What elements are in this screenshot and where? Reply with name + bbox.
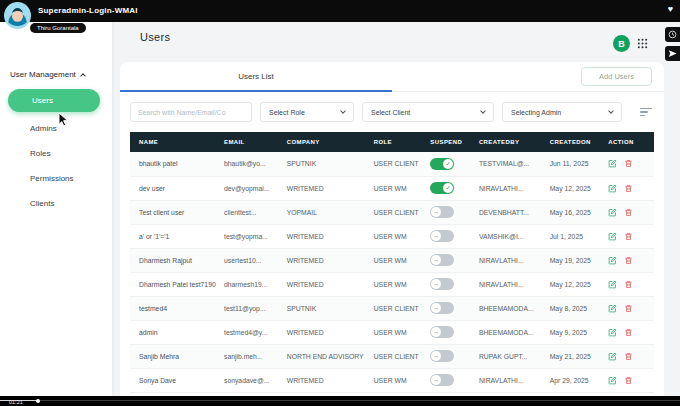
cell-name: testmed4: [130, 296, 219, 320]
cell-company: WRITEMED: [282, 320, 369, 344]
send-icon[interactable]: [665, 46, 680, 61]
table-row: Sonya Davesonyadave@...WRITEMEDUSER WM–N…: [130, 368, 654, 392]
progress-handle[interactable]: [36, 399, 40, 403]
col-createdby: CREATEDBY: [474, 132, 545, 152]
edit-icon[interactable]: [608, 328, 617, 337]
col-action: ACTION: [603, 132, 654, 152]
suspend-toggle[interactable]: ✓: [430, 182, 454, 194]
delete-icon[interactable]: [624, 328, 633, 337]
edit-icon[interactable]: [608, 304, 617, 313]
edit-icon[interactable]: [608, 280, 617, 289]
clock-icon[interactable]: [665, 27, 680, 42]
suspend-toggle[interactable]: –: [430, 254, 454, 266]
sidebar-item-users[interactable]: Users: [8, 89, 100, 112]
video-player-bar: 01:21: [0, 396, 680, 406]
tab-users-list[interactable]: Users List: [120, 62, 392, 92]
toggle-knob: ✓: [443, 183, 453, 193]
toggle-knob: –: [431, 327, 441, 337]
cell-suspend: –: [425, 368, 474, 392]
cell-email: testmed4@y...: [219, 320, 282, 344]
cell-action: [603, 200, 654, 224]
client-select[interactable]: Select Client: [362, 102, 494, 122]
cell-createdby: TESTVIMAL@...: [474, 152, 545, 176]
edit-icon[interactable]: [608, 208, 617, 217]
cell-createdon: May 8, 2025: [545, 296, 604, 320]
cell-createdby: NIRAVLATHI...: [474, 176, 545, 200]
sidebar-item-permissions[interactable]: Permissions: [0, 166, 112, 191]
cell-action: [603, 152, 654, 176]
admin-select-value: Selecting Admin: [511, 109, 561, 116]
cell-company: WRITEMED: [282, 176, 369, 200]
edit-icon[interactable]: [608, 232, 617, 241]
sidebar-item-roles[interactable]: Roles: [0, 141, 112, 166]
admin-select[interactable]: Selecting Admin: [502, 102, 622, 122]
chevron-down-icon: [340, 108, 346, 114]
cell-email: clienttest...: [219, 200, 282, 224]
delete-icon[interactable]: [624, 280, 633, 289]
cell-createdby: RUPAK GUPT...: [474, 344, 545, 368]
sidebar-item-admins[interactable]: Admins: [0, 116, 112, 141]
suspend-toggle[interactable]: –: [430, 206, 454, 218]
cell-createdby: NIRAVLATHI...: [474, 248, 545, 272]
delete-icon[interactable]: [624, 304, 633, 313]
cell-suspend: ✓: [425, 176, 474, 200]
progress-track[interactable]: [0, 400, 680, 401]
heart-icon[interactable]: ♥: [668, 4, 673, 14]
delete-icon[interactable]: [624, 159, 633, 168]
delete-icon[interactable]: [624, 376, 633, 385]
delete-icon[interactable]: [624, 184, 633, 193]
cell-role: USER WM: [369, 224, 426, 248]
cell-suspend: –: [425, 248, 474, 272]
delete-icon[interactable]: [624, 232, 633, 241]
sidebar-section-user-management[interactable]: User Management: [10, 70, 112, 79]
suspend-toggle[interactable]: –: [430, 350, 454, 362]
tabs-bar: Users List Add Users: [120, 62, 664, 92]
edit-icon[interactable]: [608, 352, 617, 361]
suspend-toggle[interactable]: –: [430, 230, 454, 242]
app-logo-avatar: [4, 2, 31, 29]
sidebar-item-clients[interactable]: Clients: [0, 191, 112, 216]
cell-email: test11@yop...: [219, 296, 282, 320]
cell-createdby: VAMSHIK@I...: [474, 224, 545, 248]
edit-icon[interactable]: [608, 376, 617, 385]
cell-name: bhautik patel: [130, 152, 219, 176]
edit-icon[interactable]: [608, 256, 617, 265]
cell-suspend: –: [425, 224, 474, 248]
suspend-toggle[interactable]: –: [430, 374, 454, 386]
role-select[interactable]: Select Role: [260, 102, 354, 122]
cell-suspend: –: [425, 320, 474, 344]
cell-name: dev user: [130, 176, 219, 200]
suspend-toggle[interactable]: –: [430, 326, 454, 338]
table-header-row: NAME EMAIL COMPANY ROLE SUSPEND CREATEDB…: [130, 132, 654, 152]
cell-name: a' or '1'='1: [130, 224, 219, 248]
cell-role: USER CLIENT: [369, 344, 426, 368]
cell-company: SPUTNIK: [282, 152, 369, 176]
edit-icon[interactable]: [608, 184, 617, 193]
suspend-toggle[interactable]: –: [430, 278, 454, 290]
cell-suspend: –: [425, 344, 474, 368]
users-table: NAME EMAIL COMPANY ROLE SUSPEND CREATEDB…: [130, 132, 654, 393]
cell-name: Dharmesh Patel test7190: [130, 272, 219, 296]
cell-email: test@yopma...: [219, 224, 282, 248]
cell-company: SPUTNIK: [282, 296, 369, 320]
table-row: a' or '1'='1test@yopma...WRITEMEDUSER WM…: [130, 224, 654, 248]
delete-icon[interactable]: [624, 208, 633, 217]
cell-createdby: BHEEMAMODA...: [474, 320, 545, 344]
edit-icon[interactable]: [608, 159, 617, 168]
suspend-toggle[interactable]: ✓: [430, 158, 454, 170]
cell-company: WRITEMED: [282, 272, 369, 296]
apps-grid-icon[interactable]: [637, 38, 648, 49]
col-suspend: SUSPEND: [425, 132, 474, 152]
main-content: Users B Users List Add Users Select Role…: [112, 22, 680, 396]
suspend-toggle[interactable]: –: [430, 302, 454, 314]
cell-company: NORTH END ADVISORY: [282, 344, 369, 368]
delete-icon[interactable]: [624, 256, 633, 265]
search-input[interactable]: [130, 102, 252, 122]
sort-filter-icon[interactable]: [640, 108, 654, 117]
delete-icon[interactable]: [624, 352, 633, 361]
cell-name: Test client user: [130, 200, 219, 224]
col-role: ROLE: [369, 132, 426, 152]
cell-role: USER WM: [369, 320, 426, 344]
add-users-button[interactable]: Add Users: [581, 67, 652, 86]
avatar[interactable]: B: [613, 35, 630, 52]
